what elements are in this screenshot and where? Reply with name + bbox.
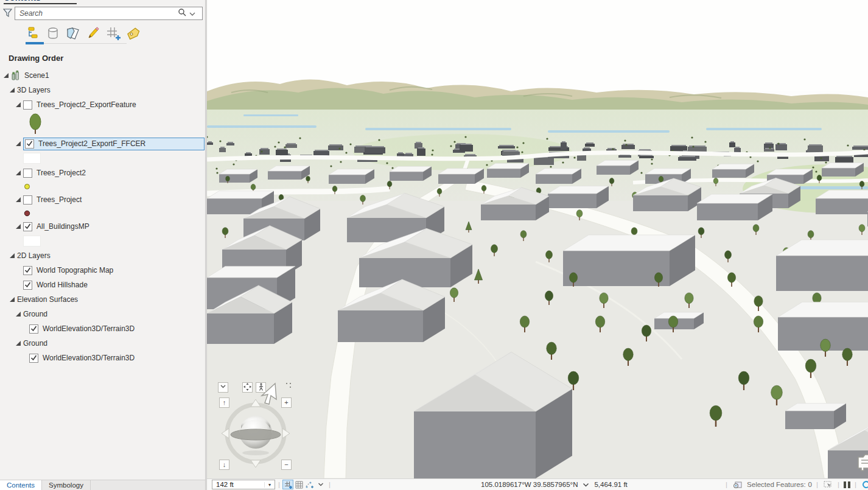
tree-symbol — [29, 113, 42, 135]
layer-tree-row[interactable]: 2D Layers — [0, 248, 205, 263]
layer-visibility-checkbox[interactable] — [23, 266, 32, 275]
arcgis-pro-window: Contents Search — [0, 0, 868, 490]
expander-icon[interactable] — [16, 224, 23, 229]
layer-tree-row[interactable]: Ground — [0, 307, 205, 321]
layer-tree-row[interactable]: World Topographic Map — [0, 263, 205, 278]
sky — [207, 0, 868, 91]
list-by-visibility-icon[interactable] — [66, 26, 80, 41]
expander-icon[interactable] — [16, 102, 23, 108]
zoom-in-button[interactable]: + — [281, 397, 292, 408]
zoom-out-button[interactable]: − — [281, 460, 292, 470]
tilt-down-button[interactable]: ↓ — [219, 460, 229, 470]
layer-label: Trees_Project2 — [37, 169, 89, 177]
pane-tab-symbology[interactable]: Symbology — [42, 480, 91, 490]
layer-label: All_BuildingsMP — [37, 222, 93, 231]
layer-visibility-checkbox[interactable] — [23, 281, 32, 290]
list-by-labeling-icon[interactable] — [126, 26, 141, 41]
list-by-data-source-icon[interactable] — [46, 26, 60, 41]
layer-visibility-checkbox[interactable] — [23, 222, 32, 231]
layer-label: Trees_Project — [37, 195, 85, 204]
white-fill-symbol — [23, 153, 41, 164]
expander-icon[interactable] — [4, 73, 11, 79]
layer-visibility-checkbox[interactable] — [29, 324, 38, 334]
grid-icon[interactable] — [293, 480, 304, 489]
building — [329, 169, 374, 184]
scene-viewport[interactable]: ↑ + ↓ − — [207, 0, 868, 478]
coordinates-readout[interactable]: 105.0189617°W 39.5857965°N 5,464.91 ft — [481, 479, 628, 490]
contents-toolbar — [26, 26, 141, 44]
refresh-icon[interactable] — [861, 480, 868, 489]
building — [390, 166, 432, 181]
filter-icon[interactable] — [3, 8, 12, 20]
layer-visibility-checkbox[interactable] — [29, 354, 38, 363]
snapping-toggle-icon[interactable] — [282, 480, 293, 489]
layer-tree: Scene13D LayersTrees_Project2_ExportFeat… — [0, 68, 205, 365]
layer-label: WorldElevation3D/Terrain3D — [43, 324, 138, 333]
layer-visibility-checkbox[interactable] — [23, 100, 32, 110]
layer-label: World Hillshade — [37, 281, 91, 289]
walk-mode-button[interactable] — [256, 382, 266, 393]
layer-label: Trees_Project2_ExportFeature — [37, 100, 140, 109]
scale-dropdown-icon[interactable]: ▾ — [264, 482, 275, 488]
tilt-up-button[interactable]: ↑ — [219, 397, 229, 408]
scene-icon — [11, 71, 21, 80]
list-by-snapping-icon[interactable] — [106, 26, 121, 41]
search-icon[interactable] — [178, 8, 189, 19]
expander-icon[interactable] — [16, 312, 23, 317]
pause-drawing-icon[interactable] — [844, 481, 850, 488]
layer-visibility-checkbox[interactable] — [23, 169, 32, 178]
pane-title: Contents — [4, 0, 77, 5]
layer-tree-row[interactable]: Scene1 — [0, 68, 205, 83]
clear-selection-icon[interactable] — [822, 480, 833, 489]
red-point-symbol — [24, 210, 30, 217]
building — [563, 235, 695, 286]
list-by-drawing-order-icon[interactable] — [26, 26, 40, 41]
scene-status-bar: 142 ft ▾ | | 105.0189617°W 39.5857965°N — [207, 478, 868, 490]
coordinates-value: 105.0189617°W 39.5857965°N — [481, 481, 578, 488]
expander-icon[interactable] — [16, 170, 23, 176]
pane-tab-contents[interactable]: Contents — [0, 480, 42, 490]
scale-combobox[interactable]: 142 ft ▾ — [212, 480, 275, 489]
scale-value: 142 ft — [212, 481, 264, 488]
expander-icon[interactable] — [16, 341, 23, 346]
layer-tree-row[interactable]: All_BuildingsMP — [0, 219, 205, 234]
layer-tree-row[interactable]: WorldElevation3D/Terrain3D — [0, 351, 205, 365]
layer-visibility-checkbox[interactable] — [23, 195, 32, 205]
search-input[interactable]: Search — [15, 7, 203, 20]
expander-icon[interactable] — [16, 141, 23, 147]
layer-label: Scene1 — [24, 71, 53, 80]
search-dropdown-icon[interactable] — [189, 8, 202, 19]
layer-tree-row[interactable]: WorldElevation3D/Terrain3D — [0, 321, 205, 336]
selected-features-label: Selected Features: — [747, 481, 806, 488]
expander-icon[interactable] — [10, 88, 17, 93]
yellow-point-symbol — [24, 183, 30, 190]
layer-tree-row[interactable]: Trees_Project2_ExportFeature — [0, 97, 205, 112]
building — [776, 240, 868, 291]
layer-visibility-checkbox[interactable] — [25, 139, 34, 149]
layer-tree-row[interactable]: Trees_Project — [0, 192, 205, 207]
layer-tree-row[interactable]: Trees_Project2 — [0, 166, 205, 180]
expander-icon[interactable] — [16, 197, 23, 203]
list-by-editing-icon[interactable] — [86, 26, 100, 41]
layer-tree-row[interactable]: Elevation Surfaces — [0, 292, 205, 307]
layer-tree-row[interactable]: Ground — [0, 336, 205, 351]
zoom-to-selection-icon[interactable] — [732, 480, 743, 489]
drawing-order-heading: Drawing Order — [9, 54, 63, 63]
layer-tree-row[interactable]: 3D Layers — [0, 83, 205, 97]
pan-mode-button[interactable] — [242, 382, 253, 393]
docked-pane-icon[interactable] — [857, 453, 868, 474]
layer-tree-row[interactable]: World Hillshade — [0, 278, 205, 292]
expander-icon[interactable] — [10, 253, 17, 259]
layer-label: Elevation Surfaces — [17, 295, 82, 304]
layer-tree-row[interactable]: Trees_Project2_ExportF_FFCER — [0, 136, 205, 151]
snap-settings-icon[interactable] — [304, 480, 315, 489]
building — [548, 186, 609, 208]
coordinates-dropdown-icon[interactable] — [583, 482, 589, 488]
snap-dropdown-icon[interactable] — [315, 480, 326, 489]
navigator-drag-handle[interactable] — [286, 383, 292, 389]
selected-layer-highlight[interactable]: Trees_Project2_ExportF_FFCER — [23, 138, 205, 150]
expander-icon[interactable] — [10, 297, 17, 303]
toolbar-divider — [26, 43, 127, 44]
search-placeholder: Search — [15, 9, 178, 18]
navigator-collapse-button[interactable] — [218, 382, 228, 393]
